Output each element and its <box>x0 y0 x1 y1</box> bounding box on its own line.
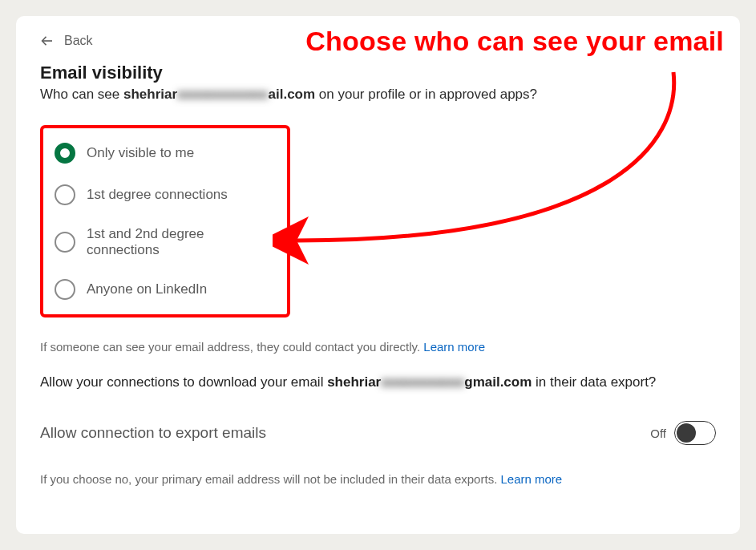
option-label: Only visible to me <box>87 145 194 161</box>
option-label: 1st degree connections <box>87 187 228 203</box>
option-only-me[interactable]: Only visible to me <box>55 143 276 164</box>
radio-icon <box>55 184 75 205</box>
q2-email-part2: gmail.com <box>464 374 532 390</box>
radio-icon <box>55 143 75 164</box>
back-label: Back <box>64 34 93 48</box>
back-button[interactable]: Back <box>40 34 93 48</box>
q2-prefix: Allow your connections to download your … <box>40 374 327 390</box>
email-part2: ail.com <box>269 87 316 102</box>
settings-card: Choose who can see your email Back Email… <box>16 16 740 534</box>
radio-icon <box>55 279 75 300</box>
email-part1: shehriar <box>123 87 177 102</box>
toggle-knob-icon <box>677 423 696 443</box>
annotation-title: Choose who can see your email <box>305 26 724 57</box>
export-toggle[interactable] <box>674 421 716 445</box>
option-label: 1st and 2nd degree connections <box>87 226 276 258</box>
toggle-state-text: Off <box>650 427 666 440</box>
export-question: Allow your connections to download your … <box>40 374 716 390</box>
toggle-wrap: Off <box>650 421 716 445</box>
hint-text: If someone can see your email address, t… <box>40 340 423 354</box>
option-1st-2nd-degree[interactable]: 1st and 2nd degree connections <box>55 226 276 258</box>
hint2-text: If you choose no, your primary email add… <box>40 472 500 486</box>
learn-more-link[interactable]: Learn more <box>423 340 485 354</box>
option-1st-degree[interactable]: 1st degree connections <box>55 184 276 205</box>
export-toggle-label: Allow connection to export emails <box>40 424 266 442</box>
email-blurred: xxxxxxxxxxxx <box>177 87 268 103</box>
learn-more-link[interactable]: Learn more <box>500 472 562 486</box>
radio-icon <box>55 232 75 253</box>
export-hint: If you choose no, your primary email add… <box>40 472 716 486</box>
q2-suffix: in their data export? <box>532 374 656 390</box>
option-anyone[interactable]: Anyone on LinkedIn <box>55 279 276 300</box>
option-label: Anyone on LinkedIn <box>87 281 207 297</box>
q2-email-part1: shehriar <box>327 374 381 390</box>
visibility-hint: If someone can see your email address, t… <box>40 340 716 354</box>
visibility-subtitle: Who can see shehriarxxxxxxxxxxxxail.com … <box>40 87 716 103</box>
export-toggle-row: Allow connection to export emails Off <box>40 421 716 445</box>
q2-email-blurred: xxxxxxxxxxx <box>381 374 464 390</box>
subtitle-suffix: on your profile or in approved apps? <box>315 87 537 102</box>
page-title: Email visibility <box>40 63 716 83</box>
arrow-left-icon <box>40 34 55 48</box>
visibility-options-group: Only visible to me 1st degree connection… <box>40 125 290 317</box>
subtitle-prefix: Who can see <box>40 87 123 102</box>
